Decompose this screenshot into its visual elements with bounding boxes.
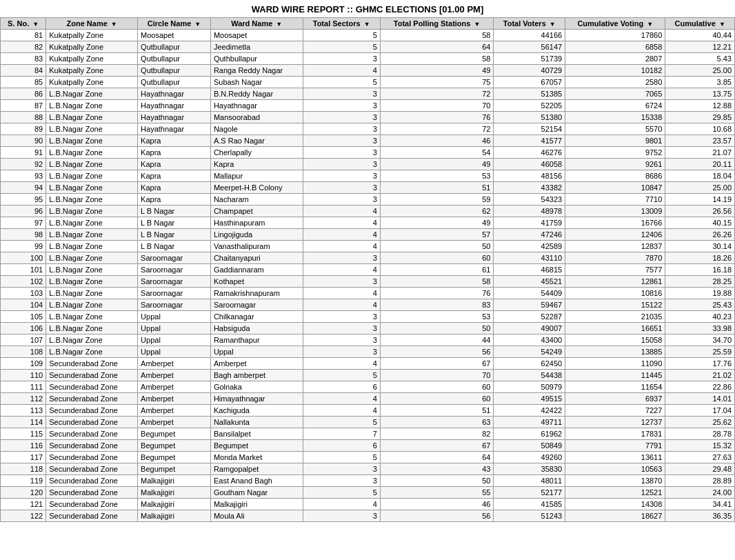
cell-4: 4 <box>303 206 380 217</box>
cell-4: 3 <box>303 135 380 147</box>
col-circle[interactable]: Circle Name ▼ <box>138 18 211 30</box>
cell-4: 3 <box>303 170 380 182</box>
cell-2: Begumpet <box>138 440 211 452</box>
cell-8: 26.26 <box>665 229 735 241</box>
cell-1: L.B.Nagar Zone <box>46 123 138 135</box>
cell-2: Hayathnagar <box>138 123 211 135</box>
cell-8: 34.70 <box>665 334 735 346</box>
cell-5: 50 <box>380 323 494 334</box>
cell-5: 56 <box>380 346 494 358</box>
cell-0: 93 <box>1 170 46 182</box>
polling-filter-icon[interactable]: ▼ <box>474 21 480 28</box>
cell-4: 4 <box>303 65 380 77</box>
cell-5: 64 <box>380 41 494 53</box>
cell-3: Nallakunta <box>210 417 303 428</box>
cell-0: 91 <box>1 147 46 159</box>
cell-8: 28.25 <box>665 276 735 288</box>
cell-4: 4 <box>303 405 380 417</box>
cell-5: 49 <box>380 159 494 170</box>
cell-5: 44 <box>380 334 494 346</box>
cell-1: Secunderabad Zone <box>46 440 138 452</box>
col-cumvoting[interactable]: Cumulative Voting ▼ <box>565 18 665 30</box>
cell-5: 76 <box>380 112 494 123</box>
cell-2: L B Nagar <box>138 217 211 229</box>
col-sno[interactable]: S. No. ▼ <box>1 18 46 30</box>
cell-3: Bansilalpet <box>210 428 303 440</box>
cell-8: 29.48 <box>665 463 735 475</box>
col-ward[interactable]: Ward Name ▼ <box>210 18 303 30</box>
cell-8: 33.98 <box>665 323 735 334</box>
cell-5: 50 <box>380 475 494 487</box>
cell-4: 4 <box>303 358 380 370</box>
cell-4: 3 <box>303 311 380 323</box>
cell-6: 42422 <box>494 405 565 417</box>
cell-4: 3 <box>303 276 380 288</box>
cell-3: Hayathnagar <box>210 100 303 112</box>
cell-7: 7710 <box>565 194 665 206</box>
cell-2: Kapra <box>138 194 211 206</box>
cell-5: 67 <box>380 440 494 452</box>
cell-8: 34.41 <box>665 499 735 510</box>
cell-2: Kapra <box>138 170 211 182</box>
cell-5: 76 <box>380 288 494 299</box>
cell-5: 46 <box>380 135 494 147</box>
sno-filter-icon[interactable]: ▼ <box>32 21 39 28</box>
cell-2: Begumpet <box>138 428 211 440</box>
cell-8: 21.07 <box>665 147 735 159</box>
table-row: 113Secunderabad ZoneAmberpetKachiguda451… <box>1 405 735 417</box>
cell-6: 49260 <box>494 452 565 463</box>
cell-0: 108 <box>1 346 46 358</box>
cell-3: Ranga Reddy Nagar <box>210 65 303 77</box>
cell-5: 61 <box>380 264 494 276</box>
sectors-filter-icon[interactable]: ▼ <box>364 21 370 28</box>
cell-2: Saroornagar <box>138 288 211 299</box>
cell-3: Amberpet <box>210 358 303 370</box>
cell-2: Saroornagar <box>138 299 211 311</box>
circle-filter-icon[interactable]: ▼ <box>194 21 201 28</box>
cell-1: Kukatpally Zone <box>46 77 138 88</box>
cell-1: L.B.Nagar Zone <box>46 311 138 323</box>
cell-2: Malkajigiri <box>138 499 211 510</box>
cell-1: Secunderabad Zone <box>46 452 138 463</box>
cell-0: 122 <box>1 510 46 522</box>
cell-8: 40.15 <box>665 217 735 229</box>
cell-2: Saroornagar <box>138 252 211 264</box>
table-row: 91L.B.Nagar ZoneKapraCherlapally35446276… <box>1 147 735 159</box>
voters-filter-icon[interactable]: ▼ <box>550 21 556 28</box>
table-header-row: S. No. ▼ Zone Name ▼ Circle Name ▼ Ward … <box>1 18 735 30</box>
cell-6: 52205 <box>494 100 565 112</box>
cell-7: 5570 <box>565 123 665 135</box>
cell-4: 3 <box>303 323 380 334</box>
cell-7: 15338 <box>565 112 665 123</box>
col-sectors[interactable]: Total Sectors ▼ <box>303 18 380 30</box>
ward-filter-icon[interactable]: ▼ <box>276 21 282 28</box>
cell-0: 104 <box>1 299 46 311</box>
cell-1: Secunderabad Zone <box>46 463 138 475</box>
cell-8: 21.02 <box>665 370 735 381</box>
cell-7: 12521 <box>565 487 665 499</box>
cumvoting-filter-icon[interactable]: ▼ <box>647 21 653 28</box>
cumpct-filter-icon[interactable]: ▼ <box>719 21 725 28</box>
cell-4: 5 <box>303 417 380 428</box>
cell-3: Saroornagar <box>210 299 303 311</box>
cell-1: L.B.Nagar Zone <box>46 299 138 311</box>
cell-7: 9261 <box>565 159 665 170</box>
cell-8: 29.85 <box>665 112 735 123</box>
cell-2: Saroornagar <box>138 276 211 288</box>
table-row: 119Secunderabad ZoneMalkajigiriEast Anan… <box>1 475 735 487</box>
cell-6: 48011 <box>494 475 565 487</box>
cell-0: 121 <box>1 499 46 510</box>
table-row: 109Secunderabad ZoneAmberpetAmberpet4676… <box>1 358 735 370</box>
cell-1: L.B.Nagar Zone <box>46 147 138 159</box>
cell-1: Kukatpally Zone <box>46 30 138 41</box>
col-zone[interactable]: Zone Name ▼ <box>46 18 138 30</box>
cell-7: 15122 <box>565 299 665 311</box>
col-cumpct[interactable]: Cumulative ▼ <box>665 18 735 30</box>
zone-filter-icon[interactable]: ▼ <box>111 21 117 28</box>
cell-0: 89 <box>1 123 46 135</box>
col-polling[interactable]: Total Polling Stations ▼ <box>380 18 494 30</box>
col-voters[interactable]: Total Voters ▼ <box>494 18 565 30</box>
table-row: 106L.B.Nagar ZoneUppalHabsiguda350490071… <box>1 323 735 334</box>
cell-7: 7791 <box>565 440 665 452</box>
cell-8: 3.85 <box>665 77 735 88</box>
